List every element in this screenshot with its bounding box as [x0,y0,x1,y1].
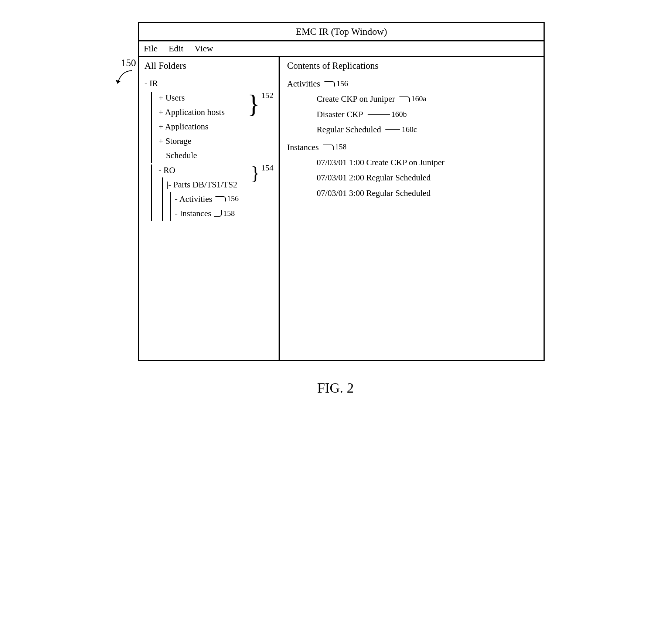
figure-container: 150 EMC IR (Top Window) File Edit View [114,22,557,396]
left-pane-header: All Folders [144,61,273,71]
tree-ro: - RO [159,163,249,177]
right-inst-2: 07/03/01 2:00 Regular Scheduled [287,170,536,185]
tree-ro-group: - RO |- Parts DB/TS1/TS2 - Activities [148,163,273,221]
window-title: EMC IR (Top Window) [296,26,387,37]
menu-edit[interactable]: Edit [168,44,183,54]
tree-parts-group: |- Parts DB/TS1/TS2 - Activities 156 [162,177,249,221]
ref-158-left: 158 [223,207,235,220]
ref-160a: 160a [411,92,426,106]
tree-root: - IR [144,76,273,91]
ref-156-right: 156 [336,77,348,91]
menu-file[interactable]: File [144,44,157,54]
right-instances: Instances 158 [287,140,536,155]
tree-activities-left: - Activities 156 [175,192,249,206]
ref-160c: 160c [402,123,417,137]
ref-154: 154 [261,163,273,173]
main-window: EMC IR (Top Window) File Edit View All F… [138,22,545,361]
content-area: All Folders - IR + Users [139,57,544,360]
label-150: 150 [121,57,136,69]
diagram-wrapper: 150 EMC IR (Top Window) File Edit View [114,22,557,361]
ref-158-right: 158 [335,140,347,154]
ref-160b: 160b [391,108,407,122]
right-activities: Activities 156 [287,76,536,91]
tree-parts-children: - Activities 156 - Instances 158 [170,192,249,221]
tree-applications: + Applications [159,119,246,134]
tree-ir-children: + Users + Application hosts + Applicatio… [148,91,273,163]
tree-parts: |- Parts DB/TS1/TS2 [167,177,249,192]
right-pane-header: Contents of Replications [287,61,536,71]
menu-view[interactable]: View [194,44,213,54]
right-regular-scheduled: Regular Scheduled 160c [287,122,536,137]
tree-users: + Users [159,91,246,105]
right-inst-1: 07/03/01 1:00 Create CKP on Juniper [287,155,536,170]
ref-156-left: 156 [227,192,239,206]
tree-schedule: Schedule [159,148,246,163]
right-disaster-ckp: Disaster CKP 160b [287,107,536,122]
svg-marker-0 [116,80,120,84]
right-create-ckp: Create CKP on Juniper 160a [287,91,536,106]
right-pane: Contents of Replications Activities 156 … [280,57,544,360]
left-pane: All Folders - IR + Users [139,57,280,360]
menu-bar[interactable]: File Edit View [139,41,544,57]
ref-152: 152 [261,91,273,100]
title-bar: EMC IR (Top Window) [139,23,544,41]
tree-app-hosts: + Application hosts [159,105,246,119]
tree-storage: + Storage [159,134,246,148]
figure-caption: FIG. 2 [317,380,354,396]
right-inst-3: 07/03/01 3:00 Regular Scheduled [287,186,536,201]
tree-instances-left: - Instances 158 [175,206,249,221]
